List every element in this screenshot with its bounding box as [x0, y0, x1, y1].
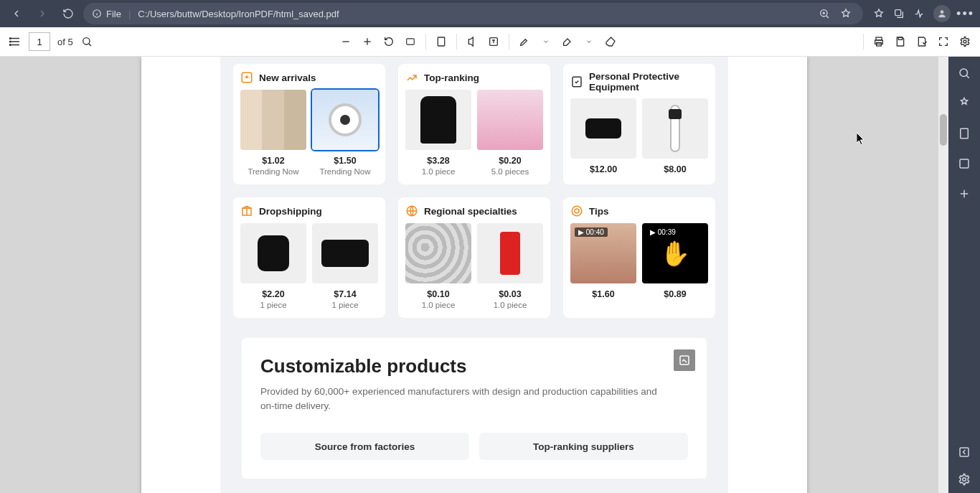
back-button[interactable]: [6, 3, 27, 24]
svg-point-8: [941, 10, 944, 14]
performance-icon[interactable]: [913, 8, 928, 19]
rotate-icon[interactable]: [382, 35, 395, 48]
svg-line-4: [826, 16, 829, 18]
svg-line-16: [88, 44, 90, 46]
save-as-icon[interactable]: [915, 35, 928, 48]
more-menu-icon[interactable]: •••: [956, 6, 974, 22]
profile-avatar[interactable]: [933, 5, 951, 22]
toolbar-divider: [456, 34, 457, 50]
svg-point-27: [963, 40, 966, 43]
toolbar-divider: [863, 34, 864, 50]
page-view-icon[interactable]: [435, 35, 448, 48]
toolbar-divider: [425, 34, 426, 50]
text-tool-icon[interactable]: [487, 35, 500, 48]
chevron-down-icon[interactable]: [583, 35, 595, 48]
svg-rect-20: [407, 39, 415, 44]
save-icon[interactable]: [894, 35, 907, 48]
refresh-button[interactable]: [57, 3, 79, 24]
chevron-down-icon[interactable]: [540, 35, 552, 48]
page-total-label: of 5: [57, 37, 73, 47]
svg-rect-26: [898, 37, 902, 39]
collections-icon[interactable]: [893, 8, 908, 19]
zoom-indicator-icon[interactable]: [819, 8, 833, 19]
svg-point-12: [10, 38, 11, 39]
contents-toggle-icon[interactable]: [9, 35, 22, 48]
pdf-settings-icon[interactable]: [958, 35, 971, 48]
svg-rect-7: [895, 10, 901, 16]
url-path: C:/Users/buttw/Desktop/IronPDF/html_save…: [138, 9, 811, 19]
forward-button[interactable]: [32, 3, 53, 24]
url-separator: |: [128, 9, 131, 19]
read-aloud-icon[interactable]: [466, 35, 479, 48]
favorite-star-icon[interactable]: [840, 8, 854, 19]
zoom-in-icon[interactable]: [361, 35, 374, 48]
favorites-hub-icon[interactable]: [873, 8, 887, 19]
search-icon[interactable]: [80, 35, 93, 48]
erase-icon[interactable]: [604, 35, 617, 48]
svg-point-15: [83, 38, 89, 44]
svg-point-14: [10, 44, 11, 46]
draw-icon[interactable]: [518, 35, 531, 48]
zoom-out-icon[interactable]: [339, 35, 352, 48]
svg-rect-21: [438, 37, 444, 46]
scheme-label: File: [106, 9, 121, 19]
page-number-input[interactable]: [29, 32, 50, 51]
site-info-icon[interactable]: File: [92, 9, 121, 19]
highlight-icon[interactable]: [561, 35, 574, 48]
fit-width-icon[interactable]: [404, 35, 417, 48]
print-icon[interactable]: [872, 35, 885, 48]
svg-point-13: [10, 41, 11, 42]
fullscreen-icon[interactable]: [937, 35, 950, 48]
address-bar[interactable]: File | C:/Users/buttw/Desktop/IronPDF/ht…: [83, 3, 863, 24]
toolbar-divider: [509, 34, 509, 50]
